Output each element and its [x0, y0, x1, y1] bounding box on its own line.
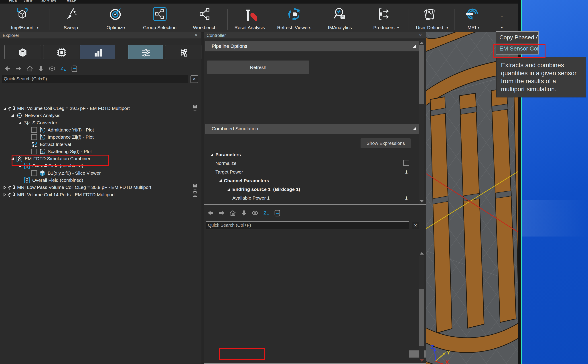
down-arrow-icon	[37, 65, 45, 72]
explorer-nav-forward-arrow[interactable]	[15, 65, 23, 73]
toolbar-producers-button[interactable]: Producers▼	[363, 5, 405, 32]
toolbar-separator	[454, 9, 454, 30]
tree-row[interactable]: Admittance Yij(f) - Plot	[0, 126, 227, 134]
toolbar-imp-export-button[interactable]: Imp/Export▼	[1, 5, 43, 32]
controller-search-clear-icon[interactable]: ✕	[412, 222, 419, 229]
toggle-analysis-bars[interactable]	[80, 45, 115, 59]
toolbar-imanalytics-button[interactable]: IMAnalytics	[319, 5, 361, 32]
controller-search-input[interactable]: Quick Search (Ctrl+F)	[206, 221, 409, 229]
menu-view[interactable]: VIEW	[23, 0, 33, 2]
param-value[interactable]: 1	[405, 169, 408, 175]
tree-row[interactable]: Impedance Zij(f) - Plot	[0, 134, 227, 141]
explorer-nav-home[interactable]	[26, 65, 34, 73]
toolbar-optimize-button[interactable]: Optimize	[95, 5, 137, 32]
controller-scrollbar-thumb[interactable]	[419, 46, 424, 104]
tree-item-label: S Converter	[32, 120, 57, 125]
controller-title-bar: Controller ✕	[204, 32, 426, 39]
param-row[interactable]: Normalize	[204, 160, 426, 167]
annotation-box-tree	[12, 155, 109, 166]
explorer-close-icon[interactable]: ✕	[195, 33, 198, 38]
tree-row[interactable]: B1(x,y,z,f0) - Slice Viewer	[0, 169, 227, 177]
reset-analysis-icon	[242, 7, 257, 21]
param-label: Endring source 1 (Birdcage 1)	[232, 187, 300, 192]
tree-item-label: Extract Interval	[40, 142, 71, 147]
context-menu-item[interactable]: Copy Phased Arr	[496, 32, 538, 43]
toolbar-overflow-menu-button[interactable]: ... ▼	[481, 5, 523, 32]
menu-3d-view[interactable]: 3D VIEW	[41, 0, 57, 2]
tree-row[interactable]: Network Analysis	[0, 112, 212, 119]
toggle-tree-hierarchy[interactable]	[165, 45, 201, 59]
database-icon	[192, 191, 198, 198]
list-scroll-down-icon[interactable]	[419, 358, 424, 363]
explorer-nav-back-arrow[interactable]	[4, 65, 12, 73]
controller-nav-home[interactable]	[229, 210, 237, 217]
tree-row[interactable]: MRI Low Pass Volume Coil CLeg = 30.8 pF …	[0, 184, 204, 191]
menu-help[interactable]: HELP	[67, 0, 77, 2]
explorer-nav-visibility-eye[interactable]	[48, 65, 56, 73]
tree-checkbox[interactable]	[31, 134, 37, 140]
explorer-nav-down-arrow[interactable]	[37, 65, 45, 73]
normalize-checkbox[interactable]	[403, 160, 409, 166]
svg-text:Y: Y	[447, 350, 450, 356]
explorer-search-input[interactable]: Quick Search (Ctrl+F)	[2, 75, 188, 83]
tree-row[interactable]: Extract Interval	[0, 141, 227, 148]
toolbar-refresh-viewers-button[interactable]: Refresh Viewers	[273, 5, 315, 32]
annotation-box-list	[219, 348, 265, 360]
tree-row[interactable]: MRI Volume Coil 14 Ports - EM FDTD Multi…	[0, 191, 204, 198]
controller-nav-down-arrow[interactable]	[240, 210, 248, 217]
scroll-down-icon[interactable]	[419, 199, 424, 203]
combined-simulation-header[interactable]: Combined Simulation	[205, 124, 419, 134]
tree-row[interactable]: Overall Field (combined)	[0, 177, 220, 184]
param-row[interactable]: Parameters	[204, 151, 424, 158]
explorer-nav-collapse-all[interactable]	[71, 65, 78, 73]
list-scrollbar-thumb[interactable]	[419, 289, 424, 346]
param-row[interactable]: Target Power	[204, 168, 426, 176]
param-row[interactable]: Channel Parameters	[204, 177, 426, 184]
controller-close-icon[interactable]: ✕	[419, 33, 422, 38]
menu-file[interactable]: FILE	[9, 0, 17, 2]
toolbar-workbench-button[interactable]: Workbench	[184, 5, 226, 32]
controller-nav-collapse-all[interactable]	[274, 210, 281, 217]
toolbar-reset-analysis-button[interactable]: Reset Analysis	[229, 5, 271, 32]
list-scroll-up-icon[interactable]	[419, 251, 424, 255]
controller-nav-z-sort[interactable]: Z	[263, 210, 270, 217]
panel-splitter[interactable]	[204, 204, 426, 205]
refresh-button[interactable]: Refresh	[207, 60, 309, 74]
toggle-controller-sliders[interactable]	[128, 45, 163, 59]
param-row[interactable]: Available Power 1	[204, 194, 426, 202]
param-row[interactable]: Endring source 1 (Birdcage 1)	[204, 186, 426, 193]
explorer-title-bar: Explorer ✕	[0, 32, 201, 39]
application-window: FILEVIEW3D VIEWHELP Imp/Export▼ Sweep Op…	[0, 0, 588, 364]
toolbar-group-selection-button[interactable]: Group Selection	[139, 5, 181, 32]
tree-checkbox[interactable]	[31, 170, 37, 176]
tree-row[interactable]: [S] S Converter	[0, 119, 220, 126]
controller-nav-visibility-eye[interactable]	[251, 210, 259, 217]
tree-checkbox[interactable]	[31, 149, 37, 154]
toolbar-mri-label: MRI	[468, 25, 476, 30]
combiner-icon	[24, 177, 30, 183]
tree-item-label: Network Analysis	[25, 113, 60, 118]
explorer-search-clear-icon[interactable]: ✕	[190, 75, 198, 83]
bottom-splitter[interactable]	[204, 363, 426, 364]
param-value[interactable]: 1	[405, 195, 408, 201]
pipeline-options-header[interactable]: Pipeline Options	[205, 41, 419, 51]
controller-nav-back-arrow[interactable]	[207, 210, 215, 217]
tree-row[interactable]: MRI Volume Coil CLeg = 29.5 pF - EM FDTD…	[0, 105, 204, 112]
scroll-up-icon[interactable]	[419, 40, 424, 45]
param-row[interactable]: Phase 1	[204, 203, 426, 204]
tree-row[interactable]: Scattering Sij(f) - Plot	[0, 148, 227, 155]
controller-nav-forward-arrow[interactable]	[218, 210, 226, 217]
show-expressions-button[interactable]: Show Expressions	[360, 138, 411, 148]
toolbar-user-defined-button[interactable]: User Defined▼	[408, 5, 451, 32]
tooltip: Extracts and combines quantities in a gi…	[496, 57, 586, 98]
explorer-nav-z-sort[interactable]: Z	[60, 65, 67, 73]
database-icon	[192, 104, 198, 111]
toolbar-sweep-button[interactable]: Sweep	[50, 5, 92, 32]
toolbar-imanalytics-label: IMAnalytics	[328, 25, 352, 30]
tree-item-label: Admittance Yij(f) - Plot	[48, 127, 94, 133]
tree-checkbox[interactable]	[31, 127, 37, 133]
toggle-model-cube[interactable]	[4, 45, 41, 59]
toggle-device-chip[interactable]	[43, 45, 79, 59]
database-icon	[192, 183, 198, 191]
analysis-bars-icon	[93, 48, 102, 57]
